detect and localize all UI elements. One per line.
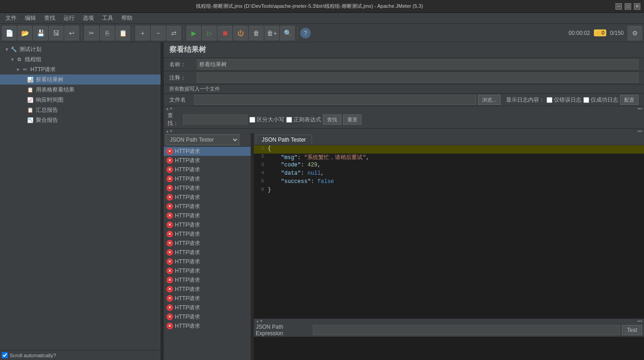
saveas-btn[interactable]: 🖫	[49, 26, 63, 40]
menu-options[interactable]: 选项	[79, 13, 98, 23]
req-item-19[interactable]: ✕ HTTP请求	[164, 321, 251, 331]
tree-item-listener3[interactable]: 📈 响应时间图	[0, 95, 161, 105]
jsonpath-input[interactable]	[313, 325, 620, 335]
collapse-bar-1[interactable]: ▲▼ •••	[164, 106, 644, 111]
req-item-7[interactable]: ✕ HTTP请求	[164, 211, 251, 220]
menu-find[interactable]: 查找	[40, 13, 59, 23]
tree-item-testplan[interactable]: ▼ 🔧 测试计划	[0, 44, 161, 54]
code-area[interactable]: 1 { 2 "msg": "系统繁忙，请稍后重试", 3 "code": 429…	[254, 145, 644, 319]
scroll-auto-label[interactable]: Scroll automatically?	[2, 352, 56, 358]
req-item-15[interactable]: ✕ HTTP请求	[164, 285, 251, 294]
expand-arrow-plan[interactable]: ▼	[4, 47, 10, 52]
settings-btn[interactable]: ⚙	[627, 26, 642, 40]
filename-input[interactable]	[194, 95, 476, 105]
req-item-1[interactable]: ✕ HTTP请求	[164, 156, 251, 165]
error-log-label: 仅错误日志	[554, 96, 581, 104]
menu-run[interactable]: 运行	[60, 13, 78, 23]
req-item-3[interactable]: ✕ HTTP请求	[164, 174, 251, 183]
error-log-checkbox[interactable]	[546, 97, 552, 103]
req-item-13[interactable]: ✕ HTTP请求	[164, 266, 251, 275]
req-label-6: HTTP请求	[175, 203, 200, 211]
success-log-checkbox-label[interactable]: 仅成功日志	[583, 96, 618, 104]
expand-btn[interactable]: +	[135, 26, 150, 40]
maximize-btn[interactable]: □	[625, 3, 631, 10]
menu-help[interactable]: 帮助	[118, 13, 136, 23]
error-icon-0: ✕	[167, 148, 173, 154]
copy-btn[interactable]: ⎘	[100, 26, 115, 40]
error-log-checkbox-label[interactable]: 仅错误日志	[546, 96, 581, 104]
success-log-checkbox[interactable]	[583, 97, 589, 103]
req-item-9[interactable]: ✕ HTTP请求	[164, 229, 251, 239]
collapse-bar-code[interactable]: ▲▼ •••	[254, 319, 644, 323]
case-sensitive-checkbox[interactable]	[249, 117, 255, 123]
req-item-4[interactable]: ✕ HTTP请求	[164, 183, 251, 193]
view-dropdown[interactable]: JSON Path Tester	[166, 134, 239, 145]
open-btn[interactable]: 📂	[17, 26, 32, 40]
regex-checkbox[interactable]	[286, 117, 292, 123]
req-item-6[interactable]: ✕ HTTP请求	[164, 202, 251, 211]
help-btn[interactable]: ?	[300, 28, 311, 39]
stop-btn[interactable]: ⏹	[218, 26, 232, 40]
shutdown-btn[interactable]: ⏻	[233, 26, 248, 40]
minimize-btn[interactable]: ─	[615, 3, 622, 10]
tab-jsonpath[interactable]: JSON Path Tester	[256, 135, 312, 145]
req-item-0[interactable]: ✕ HTTP请求	[164, 147, 251, 156]
search-input[interactable]	[183, 114, 247, 125]
collapse-bar-2[interactable]: ▲▼ •••	[164, 129, 644, 133]
scroll-auto-checkbox[interactable]	[2, 352, 8, 358]
window-controls[interactable]: ─ □ ✕	[615, 3, 640, 10]
case-sensitive-label[interactable]: 区分大小写	[249, 116, 284, 124]
req-item-12[interactable]: ✕ HTTP请求	[164, 257, 251, 266]
menu-file[interactable]: 文件	[2, 13, 20, 23]
tree-item-listener1[interactable]: 📊 察看结果树	[0, 74, 161, 85]
regex-label[interactable]: 正则表达式	[286, 116, 321, 124]
clearall-btn[interactable]: 🗑+	[264, 26, 279, 40]
reset-button[interactable]: 重置	[343, 114, 362, 125]
toggle-btn[interactable]: ⇄	[167, 26, 181, 40]
save-btn[interactable]: 💾	[33, 26, 48, 40]
req-item-17[interactable]: ✕ HTTP请求	[164, 303, 251, 312]
tree-item-threadgroup[interactable]: ▼ ⚙ 线程组	[0, 54, 161, 64]
new-btn[interactable]: 📄	[2, 26, 17, 40]
menu-edit[interactable]: 编辑	[21, 13, 40, 23]
error-icon-12: ✕	[167, 258, 173, 265]
collapse-btn[interactable]: −	[151, 26, 166, 40]
req-item-18[interactable]: ✕ HTTP请求	[164, 312, 251, 321]
browse-button[interactable]: 浏览...	[478, 95, 500, 105]
tree-item-listener4[interactable]: 📋 汇总报告	[0, 105, 161, 115]
comment-input[interactable]	[197, 73, 638, 83]
menu-tools[interactable]: 工具	[98, 13, 117, 23]
close-btn[interactable]: ✕	[634, 3, 640, 10]
req-item-5[interactable]: ✕ HTTP请求	[164, 193, 251, 202]
tree-item-http[interactable]: ▼ ✏ HTTP请求	[0, 64, 161, 74]
paste-btn[interactable]: 📋	[115, 26, 130, 40]
revert-btn[interactable]: ↩	[64, 26, 79, 40]
req-item-16[interactable]: ✕ HTTP请求	[164, 294, 251, 303]
tree-item-listener2[interactable]: 📋 用表格察看结果	[0, 85, 161, 95]
expand-arrow-http[interactable]: ▼	[15, 67, 21, 72]
name-input[interactable]	[197, 59, 638, 69]
collapse-arrows-code: ▲▼	[256, 319, 263, 323]
test-button[interactable]: Test	[622, 325, 642, 335]
req-item-14[interactable]: ✕ HTTP请求	[164, 275, 251, 285]
find-button[interactable]: 查找	[323, 114, 341, 125]
startno-btn[interactable]: ▷	[202, 26, 217, 40]
start-btn[interactable]: ▶	[186, 26, 201, 40]
clear-btn[interactable]: 🗑	[249, 26, 264, 40]
error-icon-9: ✕	[167, 231, 173, 237]
tree-item-listener5[interactable]: 📉 聚合报告	[0, 115, 161, 125]
expand-arrow-group[interactable]: ▼	[9, 57, 16, 62]
search-row: 查找： 区分大小写 正则表达式 查找 重置	[164, 111, 644, 129]
req-item-10[interactable]: ✕ HTTP请求	[164, 239, 251, 248]
req-item-2[interactable]: ✕ HTTP请求	[164, 165, 251, 174]
search-btn[interactable]: 🔍	[280, 26, 295, 40]
req-item-8[interactable]: ✕ HTTP请求	[164, 220, 251, 229]
scroll-auto-bar: Scroll automatically?	[0, 350, 161, 360]
request-list[interactable]: ✕ HTTP请求 ✕ HTTP请求 ✕ HTTP请求 ✕ HTTP请求	[164, 147, 251, 360]
sep1	[81, 27, 82, 40]
collapse-dots-2: •••	[637, 129, 642, 134]
cut-btn[interactable]: ✂	[84, 26, 99, 40]
req-label-8: HTTP请求	[175, 221, 200, 229]
configure-button[interactable]: 配置	[620, 95, 638, 105]
req-item-11[interactable]: ✕ HTTP请求	[164, 248, 251, 257]
